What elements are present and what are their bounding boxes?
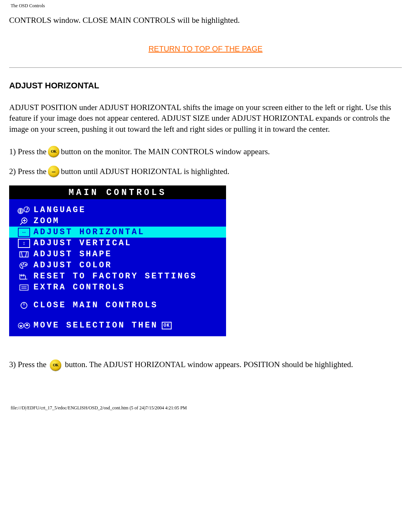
divider [9,67,402,68]
osd-title: MAIN CONTROLS [9,185,226,199]
page-header-small: The OSD Controls [9,0,402,13]
osd-item-language: LANGUAGE [9,204,226,216]
magnifier-plus-icon [14,217,33,226]
return-to-top-link[interactable]: RETURN TO TOP OF THE PAGE [148,45,263,53]
osd-item-reset-factory: RESET TO FACTORY SETTINGS [9,271,226,282]
osd-item-adjust-color: ADJUST COLOR [9,260,226,271]
svg-rect-8 [20,285,28,290]
osd-item-label: ZOOM [33,216,60,226]
osd-main-controls-panel: MAIN CONTROLS LANGUAGE ZOOM ↔ ADJUST HOR… [9,185,226,336]
osd-item-label: ADJUST VERTICAL [33,238,132,248]
step2-post: button until ADJUST HORIZONTAL is highli… [61,166,229,177]
svg-rect-4 [20,252,28,257]
step2-pre: 2) Press the [9,166,46,177]
osd-footer-text: MOVE SELECTION THEN [33,321,158,330]
step1-post: button on the monitor. The MAIN CONTROLS… [61,146,270,157]
osd-item-adjust-shape: ADJUST SHAPE [9,249,226,260]
osd-item-label: ADJUST SHAPE [33,249,112,259]
osd-item-zoom: ZOOM [9,216,226,227]
intro-paragraph: CONTROLS window. CLOSE MAIN CONTROLS wil… [9,16,402,25]
osd-close-label: CLOSE MAIN CONTROLS [33,300,158,310]
osd-footer: MOVE SELECTION THEN OK [9,318,226,334]
ok-button-icon [48,146,59,157]
section-description: ADJUST POSITION under ADJUST HORIZONTAL … [9,102,402,134]
page-footer-path: file:///D|/EDFU/crt_17_5/edoc/ENGLISH/OS… [9,405,402,415]
osd-item-label: ADJUST COLOR [33,260,112,270]
shape-icon [14,250,33,259]
svg-point-6 [23,263,24,264]
step3-post: button. The ADJUST HORIZONTAL window app… [65,360,353,369]
minus-button-icon [48,166,59,177]
osd-item-label: ADJUST HORIZONTAL [33,227,145,237]
horizontal-arrows-icon: ↔ [14,228,33,237]
step1-pre: 1) Press the [9,146,46,157]
ok-button-icon [50,359,61,371]
svg-point-5 [21,264,22,265]
osd-item-adjust-vertical: ↕ ADJUST VERTICAL [9,238,226,249]
osd-footer-ok-icon: OK [162,322,172,329]
osd-item-close: CLOSE MAIN CONTROLS [9,300,226,311]
osd-item-adjust-horizontal: ↔ ADJUST HORIZONTAL [9,227,226,238]
osd-item-label: EXTRA CONTROLS [33,283,125,292]
up-down-circles-icon [14,321,33,330]
osd-item-extra-controls: EXTRA CONTROLS [9,282,226,293]
step3-pre: 3) Press the [9,360,48,369]
list-icon [14,283,33,292]
section-heading: ADJUST HORIZONTAL [9,81,402,91]
palette-icon [14,261,33,270]
factory-icon [14,272,33,281]
svg-point-7 [25,264,26,265]
osd-item-label: RESET TO FACTORY SETTINGS [33,272,197,281]
vertical-arrows-icon: ↕ [14,239,33,248]
svg-point-2 [26,211,27,212]
power-circle-icon [14,301,33,310]
osd-item-label: LANGUAGE [33,205,86,215]
globe-question-icon [14,206,33,215]
